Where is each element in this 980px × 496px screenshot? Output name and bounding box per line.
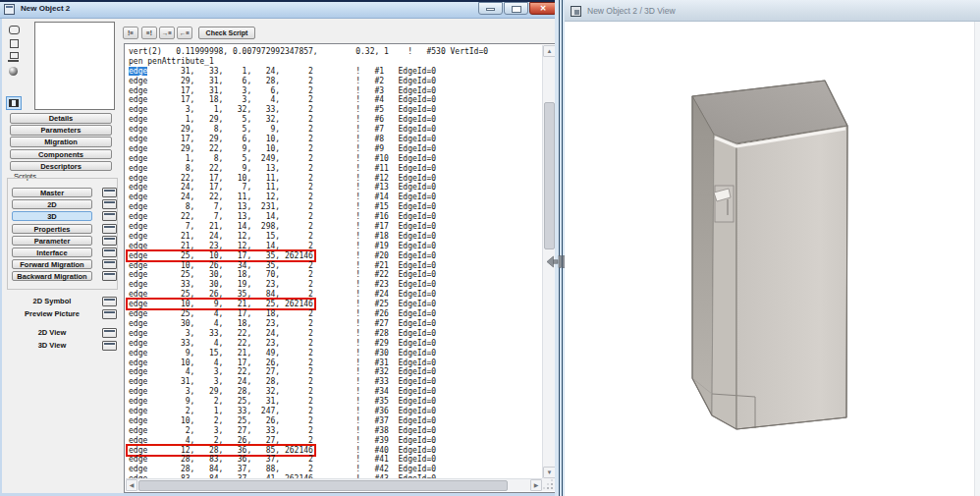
code-line[interactable]: edge 25, 30, 18, 70, 2 ! #22 EdgeId=0 [129,270,542,280]
code-line[interactable]: edge 3, 29, 28, 32, 2 ! #34 EdgeId=0 [129,387,542,397]
code-line[interactable]: edge 1, 8, 5, 249, 2 ! #10 EdgeId=0 [129,154,542,164]
open-window-button-properties[interactable] [102,224,117,234]
minimize-button[interactable] [478,2,503,15]
code-line[interactable]: edge 4, 3, 22, 27, 2 ! #32 EdgeId=0 [129,367,542,377]
code-line[interactable]: edge 22, 7, 13, 14, 2 ! #16 EdgeId=0 [129,212,542,222]
window-divider[interactable] [555,0,565,496]
script-button-3d[interactable]: 3D [12,211,92,221]
code-line[interactable]: edge 10, 2, 25, 26, 2 ! #37 EdgeId=0 [129,416,542,426]
code-line[interactable]: edge 29, 8, 5, 9, 2 ! #7 EdgeId=0 [129,125,542,135]
preview-list[interactable] [34,22,115,110]
code-line[interactable]: edge 3, 1, 32, 33, 2 ! #5 EdgeId=0 [129,105,542,115]
script-button-master[interactable]: Master [12,188,92,197]
code-line[interactable]: edge 24, 22, 11, 12, 2 ! #14 EdgeId=0 [129,193,542,202]
uncomment-lines-button[interactable] [141,27,157,39]
outdent-button[interactable] [177,27,192,39]
open-window-button-master[interactable] [102,188,117,197]
code-line[interactable]: edge 25, 10, 17, 35, 262146 ! #20 EdgeId… [129,251,542,261]
scroll-left-icon[interactable]: ◀ [126,479,137,491]
code-line[interactable]: edge 28, 83, 36, 37, 2 ! #41 EdgeId=0 [129,455,542,465]
symbol-mode-icon[interactable] [8,37,22,49]
code-line[interactable]: edge 9, 15, 21, 49, 2 ! #30 EdgeId=0 [129,349,542,358]
code-line[interactable]: edge 17, 31, 3, 6, 2 ! #3 EdgeId=0 [129,86,542,96]
code-line[interactable]: edge 30, 4, 18, 23, 2 ! #27 EdgeId=0 [129,319,542,329]
right-titlebar[interactable]: New Object 2 / 3D View [565,0,980,22]
close-button[interactable]: ✕ [529,2,557,15]
vertical-scroll-thumb[interactable] [544,102,555,249]
code-line[interactable]: edge 10, 9, 21, 25, 262146 ! #25 EdgeId=… [129,300,542,309]
script-text-area[interactable]: vert(2) 0.11999998, 0.007972992347857, 0… [124,43,557,493]
frame-mode-icon-selected[interactable] [6,96,22,110]
script-button-interface[interactable]: Interface [12,248,92,257]
script-button-forward-migration[interactable]: Forward Migration [12,259,92,269]
script-button-2d[interactable]: 2D [12,199,92,209]
code-line[interactable]: edge 10, 26, 34, 35, 2 ! #21 EdgeId=0 [129,261,542,271]
code-line[interactable]: edge 17, 18, 3, 4, 2 ! #4 EdgeId=0 [129,95,542,105]
open-window-button-2d[interactable] [102,199,117,209]
script-row-parameter: Parameter [12,236,118,246]
script-button-properties[interactable]: Properties [12,224,92,234]
code-line[interactable]: edge 31, 3, 24, 28, 2 ! #33 EdgeId=0 [129,377,542,387]
code-line[interactable]: edge 9, 2, 25, 31, 2 ! #35 EdgeId=0 [129,397,542,407]
script-row-master: Master [12,188,118,197]
indent-button[interactable] [159,27,175,39]
open-window-button-interface[interactable] [102,248,117,257]
preview-sphere-icon[interactable] [8,66,22,78]
nav-button-descriptors[interactable]: Descriptors [10,161,112,172]
code-pane[interactable]: vert(2) 0.11999998, 0.007972992347857, 0… [126,45,542,478]
code-line[interactable]: edge 31, 33, 1, 24, 2 ! #1 EdgeId=0 [129,67,542,77]
code-line[interactable]: edge 33, 4, 22, 23, 2 ! #29 EdgeId=0 [129,339,542,349]
open-window-button-3d[interactable] [102,211,117,221]
code-line[interactable]: edge 17, 29, 6, 10, 2 ! #8 EdgeId=0 [129,135,542,144]
code-line[interactable]: edge 25, 4, 17, 18, 2 ! #26 EdgeId=0 [129,309,542,319]
code-line[interactable]: edge 33, 30, 19, 23, 2 ! #23 EdgeId=0 [129,280,542,290]
nav-button-migration[interactable]: Migration [10,137,112,147]
code-line[interactable]: edge 24, 17, 7, 11, 2 ! #13 EdgeId=0 [129,183,542,193]
horizontal-scroll-thumb[interactable] [138,480,508,491]
code-line[interactable]: edge 1, 29, 5, 32, 2 ! #6 EdgeId=0 [129,115,542,125]
check-script-button[interactable]: Check Script [198,27,255,39]
code-line[interactable]: edge 10, 4, 17, 26, 2 ! #31 EdgeId=0 [129,358,542,368]
code-line[interactable]: edge 21, 23, 12, 14, 2 ! #19 EdgeId=0 [129,242,542,251]
code-line[interactable]: edge 21, 24, 12, 15, 2 ! #18 EdgeId=0 [129,232,542,242]
nav-button-components[interactable]: Components [10,149,112,160]
code-line[interactable]: edge 7, 21, 14, 298, 2 ! #17 EdgeId=0 [129,222,542,232]
code-line[interactable]: edge 25, 26, 35, 84, 2 ! #24 EdgeId=0 [129,290,542,300]
nav-button-parameters[interactable]: Parameters [10,125,112,136]
3d-viewport[interactable] [565,22,980,496]
code-line[interactable]: edge 2, 3, 27, 33, 2 ! #38 EdgeId=0 [129,426,542,436]
details-mode-icon[interactable] [8,24,22,35]
open-window-button-forward-migration[interactable] [102,259,117,269]
code-line[interactable]: edge 8, 22, 9, 13, 2 ! #11 EdgeId=0 [129,164,542,174]
comment-lines-button[interactable] [123,27,138,39]
code-line[interactable]: edge 4, 2, 26, 27, 2 ! #39 EdgeId=0 [129,436,542,446]
open-window-button-backward-migration[interactable] [102,271,117,281]
gdl-editor-window: New Object 2 ✕ DetailsParametersMigratio… [0,0,560,496]
view-rows-view: 2D View3D View [12,328,118,354]
code-line[interactable]: edge 8, 7, 13, 231, 2 ! #15 EdgeId=0 [129,202,542,212]
open-window-button-2d-symbol[interactable] [102,297,117,306]
code-line[interactable]: edge 12, 28, 36, 85, 262146 ! #40 EdgeId… [129,446,542,456]
horizontal-scrollbar[interactable]: ◀ ▶ [126,478,542,491]
code-line[interactable]: edge 28, 84, 37, 88, 2 ! #42 EdgeId=0 [129,465,542,474]
right-window-scroll-edge[interactable] [974,22,980,496]
maximize-button[interactable] [504,2,528,15]
stamp-mode-icon[interactable] [8,51,22,63]
code-line[interactable]: vert(2) 0.11999998, 0.007972992347857, 0… [129,47,542,57]
script-button-parameter[interactable]: Parameter [12,236,92,246]
code-line[interactable]: edge 2, 1, 33, 247, 2 ! #36 EdgeId=0 [129,407,542,416]
open-window-button-parameter[interactable] [102,236,117,246]
left-titlebar[interactable]: New Object 2 ✕ [0,0,560,19]
nav-button-details[interactable]: Details [10,113,112,124]
resize-grip[interactable] [542,478,555,491]
open-window-button-2d-view[interactable] [102,328,117,338]
code-line[interactable]: edge 3, 33, 22, 24, 2 ! #28 EdgeId=0 [129,329,542,339]
code-line[interactable]: edge 29, 31, 6, 28, 2 ! #2 EdgeId=0 [129,77,542,86]
code-line[interactable]: edge 29, 22, 9, 10, 2 ! #9 EdgeId=0 [129,144,542,154]
script-button-backward-migration[interactable]: Backward Migration [12,271,92,281]
open-window-button-preview-picture[interactable] [102,309,117,319]
code-line[interactable]: edge 22, 17, 10, 11, 2 ! #12 EdgeId=0 [129,174,542,184]
scroll-right-icon[interactable]: ▶ [530,479,542,491]
code-line[interactable]: pen penAttribute_1 [129,57,542,67]
open-window-button-3d-view[interactable] [102,341,117,351]
